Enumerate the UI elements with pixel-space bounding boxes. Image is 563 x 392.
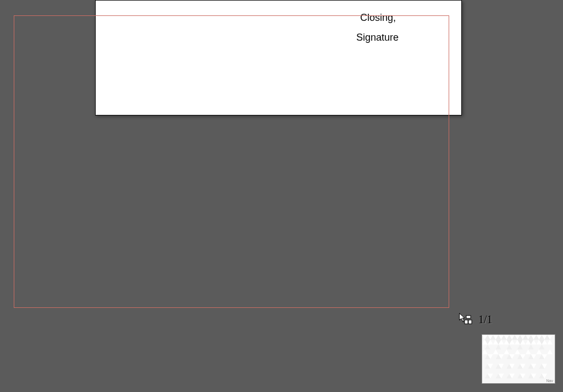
- svg-marker-1: [460, 314, 464, 321]
- current-page: 1: [478, 313, 484, 325]
- document-page[interactable]: Closing, Signature: [95, 0, 462, 115]
- letter-signature-text: Signature: [356, 32, 399, 43]
- letter-closing-text: Closing,: [360, 12, 396, 24]
- total-pages: 1: [487, 313, 493, 325]
- svg-rect-4: [466, 316, 471, 318]
- svg-rect-2: [465, 320, 468, 324]
- pointer-pages-icon: [457, 312, 473, 327]
- navigator-label: Nav: [547, 379, 553, 383]
- page-indicator: 1/1: [457, 310, 512, 329]
- page-count-label: 1/1: [478, 313, 493, 326]
- navigator-pattern-icon: [482, 335, 555, 383]
- canvas-viewport[interactable]: Closing, Signature 1/1: [0, 0, 563, 392]
- svg-rect-3: [468, 320, 472, 324]
- navigator-thumbnail[interactable]: Nav: [482, 334, 555, 384]
